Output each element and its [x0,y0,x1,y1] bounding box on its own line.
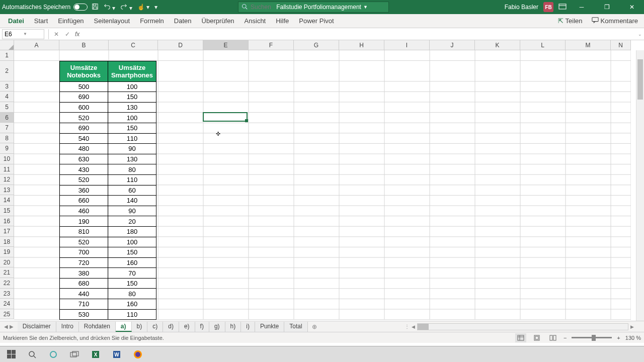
avatar[interactable]: FB [543,2,553,12]
tab-daten[interactable]: Daten [169,14,197,28]
row-header[interactable]: 24 [0,299,14,309]
cell[interactable]: 520 [60,113,108,123]
column-header[interactable]: F [249,40,294,50]
cell[interactable]: 690 [60,92,108,103]
cell[interactable]: 810 [60,226,108,237]
cell[interactable]: 480 [60,144,108,154]
cell[interactable]: 100 [108,237,156,247]
column-header[interactable]: M [566,40,611,50]
cell[interactable]: 90 [108,144,156,154]
row-header[interactable]: 8 [0,133,14,144]
sheet-tab[interactable]: f) [195,322,209,332]
customize-qat-icon[interactable]: ▾ [154,4,157,11]
cell[interactable]: 100 [108,81,156,92]
column-header[interactable]: A [14,40,59,50]
column-header[interactable]: H [339,40,384,50]
cell[interactable]: 150 [108,123,156,133]
toggle-switch[interactable] [73,4,88,11]
cell[interactable]: 500 [60,81,108,92]
column-header[interactable]: D [158,40,203,50]
column-header[interactable]: L [520,40,566,50]
page-break-view-button[interactable] [547,333,558,342]
horizontal-scrollbar[interactable] [417,323,628,330]
accept-formula-icon[interactable]: ✓ [62,31,73,38]
search-taskbar-icon[interactable] [23,347,41,361]
cell[interactable]: 160 [108,257,156,268]
task-view-icon[interactable] [65,347,84,361]
row-header[interactable]: 10 [0,154,14,164]
normal-view-button[interactable] [515,333,526,342]
zoom-slider[interactable] [572,337,612,338]
scroll-right-icon[interactable]: ▶ [630,324,634,329]
cell[interactable]: 710 [60,299,108,310]
cell[interactable]: 150 [108,278,156,289]
fx-icon[interactable]: fx [73,31,82,38]
cell[interactable]: 150 [108,247,156,258]
cell[interactable]: 440 [60,289,108,299]
tab-ansicht[interactable]: Ansicht [239,14,271,28]
row-header[interactable]: 17 [0,226,14,237]
cell[interactable]: 530 [60,309,108,320]
sheet-tab[interactable]: i) [241,322,255,332]
tab-einfuegen[interactable]: Einfügen [53,14,89,28]
cell[interactable]: 150 [108,92,156,103]
cancel-formula-icon[interactable]: ✕ [51,31,62,38]
tab-hilfe[interactable]: Hilfe [271,14,294,28]
tab-start[interactable]: Start [29,14,53,28]
cell[interactable]: 520 [60,174,108,185]
row-header[interactable]: 11 [0,164,14,175]
start-button[interactable] [2,347,20,361]
sheet-tab[interactable]: d) [163,322,179,332]
zoom-in-button[interactable]: + [617,335,620,341]
row-header[interactable]: 13 [0,185,14,196]
spreadsheet-grid[interactable]: ABCDEFGHIJKLMN 1234567891011121314151617… [0,40,644,321]
sheet-nav-icon[interactable]: ◀ ▶ [0,324,18,329]
column-header[interactable]: K [475,40,520,50]
row-header[interactable]: 5 [0,102,14,113]
row-header[interactable]: 3 [0,81,14,92]
sheet-tab[interactable]: Intro [56,322,79,332]
row-header[interactable]: 9 [0,143,14,154]
cell[interactable]: 80 [108,289,156,299]
row-header[interactable]: 25 [0,309,14,320]
row-header[interactable]: 4 [0,92,14,102]
tab-datei[interactable]: Datei [3,14,29,28]
vertical-scrollbar[interactable] [636,50,644,321]
cell[interactable]: 130 [108,154,156,164]
cell[interactable]: 100 [108,113,156,123]
close-button[interactable]: ✕ [622,0,642,14]
row-header[interactable]: 23 [0,289,14,299]
cell[interactable]: 720 [60,257,108,268]
tab-powerpivot[interactable]: Power Pivot [294,14,339,28]
row-header[interactable]: 12 [0,174,14,185]
column-header[interactable]: G [294,40,339,50]
split-handle[interactable]: ⋮ [405,324,410,329]
row-header[interactable]: 15 [0,206,14,216]
cell[interactable]: 190 [60,216,108,227]
cell[interactable]: 540 [60,133,108,144]
cell[interactable]: 60 [108,185,156,196]
touch-icon[interactable]: ☝ ▾ [137,4,149,11]
minimize-button[interactable]: ─ [572,0,592,14]
ribbon-mode-icon[interactable] [558,4,567,11]
column-header[interactable]: N [611,40,631,50]
cell[interactable]: 110 [108,309,156,320]
sheet-tab[interactable]: Rohdaten [79,322,116,332]
tab-seitenlayout[interactable]: Seitenlayout [89,14,135,28]
sheet-tab[interactable]: Punkte [255,322,284,332]
sheet-tab[interactable]: a) [116,322,132,332]
sheet-tab[interactable]: g) [209,322,225,332]
row-header[interactable]: 6 [0,113,14,123]
row-header[interactable]: 2 [0,61,14,81]
row-header[interactable]: 14 [0,195,14,206]
cell[interactable]: 600 [60,102,108,113]
sheet-tab[interactable]: Disclaimer [18,322,56,332]
column-header[interactable]: J [430,40,475,50]
chevron-down-icon[interactable]: ▼ [23,32,42,36]
sheet-tab[interactable]: b) [132,322,148,332]
column-header[interactable]: C [109,40,158,50]
scroll-left-icon[interactable]: ◀ [412,324,415,329]
row-header[interactable]: 21 [0,267,14,278]
row-header[interactable]: 1 [0,50,14,61]
name-box[interactable]: E6 ▼ [2,29,44,39]
